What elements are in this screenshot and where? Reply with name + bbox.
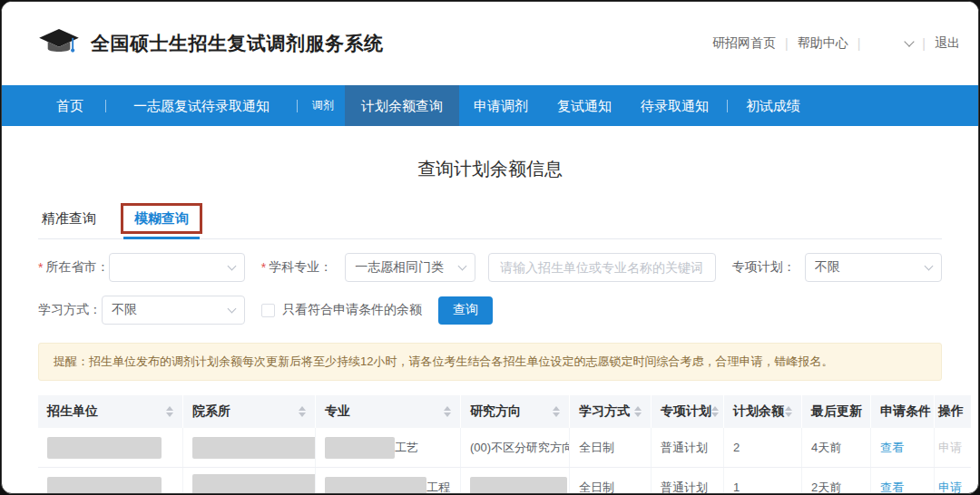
app-title: 全国硕士生招生复试调剂服务系统 [91,31,384,56]
sort-icon[interactable] [785,406,792,417]
sort-icon[interactable] [444,406,451,417]
nav-item[interactable]: 申请调剂 [459,85,543,126]
link-yanzhao-home[interactable]: 研招网首页 [712,35,776,52]
redacted-block [325,437,395,459]
nav-item[interactable]: 一志愿复试待录取通知 [110,85,293,126]
column-header-direction[interactable]: 研究方向 [461,395,570,428]
cell-remaining: 1 [724,468,802,494]
cell-updated: 2天前 [802,468,871,494]
column-label: 计划余额 [733,403,784,420]
chevron-down-icon [227,262,236,271]
keyword-input[interactable] [488,253,716,282]
filter-row-2: 学习方式： 不限 只看符合申请条件的余额 查询 [38,296,942,325]
study-mode-label: 学习方式： [38,302,102,318]
results-table: 招生单位院系所专业研究方向学习方式专项计划计划余额最后更新申请条件操作 工艺(0… [38,395,971,494]
column-label: 研究方向 [470,403,521,420]
redacted-block [470,477,567,494]
nav-item[interactable]: 首页 [38,85,102,126]
column-header-condition: 申请条件 [871,395,935,428]
cell-plan-type: 普通计划 [652,428,724,467]
table-body: 工艺(00)不区分研究方向全日制普通计划24天前查看申请工程全日制普通计划12天… [38,428,971,494]
view-conditions-link[interactable]: 查看 [880,440,904,456]
sort-icon[interactable] [634,406,642,417]
username-redacted [869,37,906,50]
nav-item[interactable]: 调剂 [301,85,345,126]
header: 全国硕士生招生复试调剂服务系统 研招网首页 | 帮助中心 | | 退出 [2,2,978,85]
column-label: 院系所 [192,403,230,420]
province-select[interactable] [109,253,244,282]
redacted-block [192,474,316,494]
cell-condition: 查看 [871,428,935,467]
subject-value: 一志愿相同门类 [355,259,459,276]
column-header-study-mode[interactable]: 学习方式 [570,395,652,428]
redacted-block [47,437,162,459]
column-label: 申请条件 [880,403,931,420]
sort-icon[interactable] [166,406,173,417]
notice-banner: 提醒：招生单位发布的调剂计划余额每次更新后将至少持续12小时，请各位考生结合各招… [38,343,942,381]
special-plan-label: 专项计划： [732,259,796,276]
redacted-block [47,477,162,494]
table-row: 工程全日制普通计划12天前查看申请 [38,468,971,494]
nav-bar: 首页一志愿复试待录取通知调剂计划余额查询申请调剂复试通知待录取通知初试成绩 [2,85,978,126]
cell-study-mode: 全日制 [570,428,652,467]
cell-plan-type: 普通计划 [652,468,724,494]
separator: | [922,36,926,51]
column-label: 专项计划 [661,403,711,420]
separator: | [858,36,861,51]
redacted-block [325,477,426,494]
cell-text: 工艺 [395,440,418,456]
column-label: 操作 [938,403,964,420]
cell-direction [461,468,570,494]
nav-divider [297,100,298,112]
header-links: 研招网首页 | 帮助中心 | | 退出 [712,35,960,52]
cell-condition: 查看 [871,468,935,494]
cell-department [183,428,316,467]
sort-icon[interactable] [553,406,560,417]
cell-department [183,468,316,494]
chevron-down-icon [925,262,934,271]
tab-fuzzy-query[interactable]: 模糊查询 [131,210,192,238]
special-plan-value: 不限 [815,259,926,276]
filter-row-1: * 所在省市： * 学科专业： 一志愿相同门类 专项计划： 不限 [38,253,942,282]
link-help-center[interactable]: 帮助中心 [798,35,848,52]
sort-icon[interactable] [299,406,306,417]
nav-item-active[interactable]: 计划余额查询 [345,85,459,126]
nav-item[interactable]: 待录取通知 [626,85,723,126]
cell-updated: 4天前 [802,428,871,467]
graduation-cap-icon [38,27,80,60]
special-plan-select[interactable]: 不限 [805,253,942,282]
nav-divider [105,100,106,112]
eligible-only-checkbox[interactable] [261,304,275,317]
column-header-remaining[interactable]: 计划余额 [724,395,802,428]
table-row: 工艺(00)不区分研究方向全日制普通计划24天前查看申请 [38,428,971,468]
view-conditions-link[interactable]: 查看 [880,480,904,494]
apply-link[interactable]: 申请 [938,480,962,494]
link-logout[interactable]: 退出 [935,35,960,52]
cell-text: 工程 [426,480,450,494]
user-menu[interactable] [869,37,913,50]
sort-icon[interactable] [711,406,719,417]
subject-select[interactable]: 一志愿相同门类 [345,253,475,282]
column-label: 专业 [325,403,350,420]
cell-major: 工艺 [316,428,461,467]
tab-precise-query[interactable]: 精准查询 [38,210,100,238]
query-tabs: 精准查询 模糊查询 [38,207,942,239]
column-header-major[interactable]: 专业 [316,395,461,428]
nav-item[interactable]: 初试成绩 [731,85,815,126]
column-header-unit[interactable]: 招生单位 [38,395,183,428]
separator: | [785,36,789,51]
brand: 全国硕士生招生复试调剂服务系统 [38,27,384,60]
search-button[interactable]: 查询 [438,296,493,325]
column-header-plan-type[interactable]: 专项计划 [652,395,724,428]
page-title: 查询计划余额信息 [2,157,978,181]
subject-label: * 学科专业： [261,259,332,276]
study-mode-select[interactable]: 不限 [102,296,245,325]
nav-item[interactable]: 复试通知 [543,85,626,126]
column-header-updated: 最后更新 [802,395,871,428]
apply-link: 申请 [938,440,962,456]
table-head: 招生单位院系所专业研究方向学习方式专项计划计划余额最后更新申请条件操作 [38,395,971,428]
column-header-department[interactable]: 院系所 [183,395,316,428]
study-mode-value: 不限 [112,302,229,318]
column-label: 最后更新 [811,403,862,420]
eligible-only-label[interactable]: 只看符合申请条件的余额 [282,302,422,318]
